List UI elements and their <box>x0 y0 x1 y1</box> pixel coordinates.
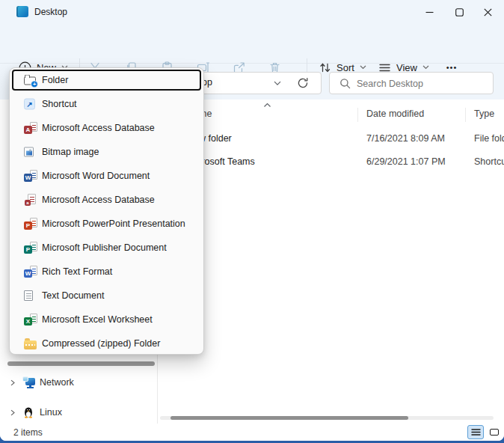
menu-item-bitmap-image[interactable]: Bitmap image <box>10 140 203 164</box>
sidebar-horizontal-scrollbar[interactable] <box>7 361 155 366</box>
window-title: Desktop <box>34 7 67 17</box>
sort-ascending-icon <box>263 103 271 108</box>
status-bar: 2 items <box>0 424 504 441</box>
menu-item-publisher-document[interactable]: P Microsoft Publisher Document <box>10 236 203 260</box>
chevron-right-icon[interactable] <box>10 379 16 386</box>
search-icon <box>339 78 351 89</box>
menu-item-compressed-folder[interactable]: Compressed (zipped) Folder <box>10 332 203 355</box>
horizontal-scrollbar-thumb[interactable] <box>170 416 408 420</box>
file-row-microsoft-teams[interactable]: Microsoft Teams 6/29/2021 1:07 PM Shortc… <box>158 150 504 174</box>
column-header-type[interactable]: Type <box>474 109 494 119</box>
menu-item-word-document[interactable]: W Microsoft Word Document <box>10 164 203 188</box>
network-icon <box>22 376 36 388</box>
close-button[interactable] <box>473 0 503 24</box>
sidebar-item-linux[interactable]: Linux <box>0 401 156 424</box>
command-toolbar: New <box>0 24 504 64</box>
large-icons-view-button[interactable] <box>486 425 503 439</box>
column-separator[interactable] <box>465 108 466 122</box>
file-explorer-window: Desktop New <box>0 0 504 441</box>
bitmap-image-icon <box>24 147 34 157</box>
rich-text-icon: W <box>24 266 37 278</box>
desktop-folder-icon <box>16 6 28 17</box>
chevron-down-icon <box>360 65 366 70</box>
chevron-down-icon <box>422 65 429 70</box>
horizontal-scrollbar[interactable] <box>160 416 494 420</box>
items-count: 2 items <box>13 427 43 438</box>
details-view-icon <box>471 428 481 436</box>
close-icon <box>484 8 492 16</box>
menu-item-rich-text-format[interactable]: W Rich Text Format <box>10 260 203 284</box>
menu-item-folder[interactable]: + Folder <box>10 68 203 92</box>
chevron-down-icon <box>274 81 281 86</box>
text-document-icon <box>24 290 33 301</box>
maximize-button[interactable] <box>444 0 474 24</box>
powerpoint-icon: P <box>24 218 37 230</box>
file-list-pane: Name Date modified Type New folder 7/16/… <box>158 100 504 424</box>
menu-item-shortcut[interactable]: ↗ Shortcut <box>10 92 203 116</box>
menu-item-powerpoint-presentation[interactable]: P Microsoft PowerPoint Presentation <box>10 212 203 236</box>
title-bar: Desktop <box>0 0 504 24</box>
ellipsis-icon: ••• <box>446 63 458 72</box>
focus-ring <box>12 70 201 91</box>
minimize-icon <box>425 8 434 16</box>
large-icons-view-icon <box>490 429 499 436</box>
zip-folder-icon <box>24 340 37 349</box>
linux-tux-icon <box>23 406 34 418</box>
word-document-icon: W <box>24 170 37 182</box>
maximize-icon <box>455 8 464 16</box>
sidebar-item-network[interactable]: Network <box>0 371 156 394</box>
access-database-icon: A <box>24 122 37 134</box>
new-menu: + Folder ↗ Shortcut A Microsoft Access D… <box>9 67 204 355</box>
refresh-button[interactable] <box>297 77 309 89</box>
access-database-doc-icon: a <box>24 194 37 206</box>
address-dropdown-chevron[interactable] <box>274 81 281 86</box>
chevron-right-icon[interactable] <box>10 409 16 416</box>
menu-item-text-document[interactable]: Text Document <box>10 284 203 308</box>
file-row-new-folder[interactable]: New folder 7/16/2021 8:09 AM File folder <box>158 127 504 150</box>
refresh-icon <box>297 77 309 89</box>
publisher-icon: P <box>24 242 37 254</box>
search-input[interactable]: Search Desktop <box>329 72 494 94</box>
new-folder-icon: + <box>24 75 37 86</box>
minimize-button[interactable] <box>414 0 444 24</box>
search-placeholder: Search Desktop <box>357 79 423 89</box>
details-view-button[interactable] <box>467 425 484 439</box>
shortcut-icon: ↗ <box>24 99 35 110</box>
excel-icon: X <box>24 314 37 326</box>
column-separator[interactable] <box>357 108 358 122</box>
menu-item-access-database[interactable]: A Microsoft Access Database <box>10 116 203 140</box>
menu-item-excel-worksheet[interactable]: X Microsoft Excel Worksheet <box>10 308 203 332</box>
menu-item-access-database-2[interactable]: a Microsoft Access Database <box>10 188 203 212</box>
column-header-date-modified[interactable]: Date modified <box>366 109 424 119</box>
